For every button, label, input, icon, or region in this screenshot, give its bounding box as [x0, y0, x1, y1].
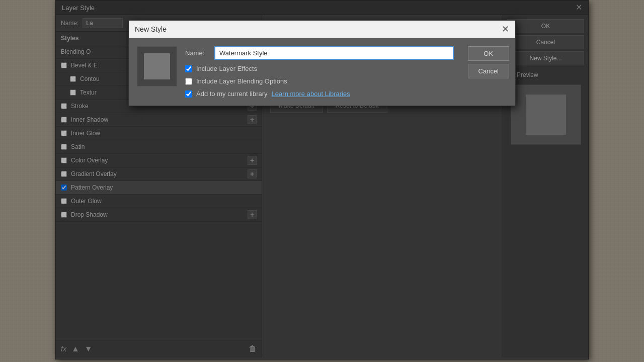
include-blending-row: Include Layer Blending Options: [185, 77, 454, 85]
include-effects-checkbox[interactable]: [185, 65, 192, 72]
new-style-name-row: Name:: [185, 46, 454, 60]
learn-more-link[interactable]: Learn more about Libraries: [272, 90, 350, 98]
new-style-form-area: Name: Include Layer Effects Include Laye…: [129, 38, 462, 106]
include-effects-label: Include Layer Effects: [196, 65, 257, 72]
new-style-form: Name: Include Layer Effects Include Laye…: [185, 46, 454, 98]
new-style-close-button[interactable]: ✕: [502, 25, 509, 34]
include-effects-row: Include Layer Effects: [185, 65, 454, 72]
new-style-preview-box: [137, 46, 177, 86]
add-to-library-checkbox[interactable]: [185, 90, 192, 98]
new-style-name-label: Name:: [185, 49, 210, 57]
new-style-title: New Style: [135, 25, 167, 33]
new-style-preview-inner: [144, 53, 170, 79]
new-style-dialog: New Style ✕ Name:: [128, 20, 516, 106]
new-style-content: Name: Include Layer Effects Include Laye…: [129, 38, 515, 106]
add-to-library-row: Add to my current library Learn more abo…: [185, 90, 454, 98]
include-blending-checkbox[interactable]: [185, 78, 192, 85]
new-style-ok-button[interactable]: OK: [468, 46, 509, 61]
add-to-library-label: Add to my current library: [196, 90, 268, 98]
include-blending-label: Include Layer Blending Options: [196, 77, 287, 85]
new-style-button-panel: OK Cancel: [462, 38, 515, 106]
new-style-name-input[interactable]: [214, 46, 454, 60]
new-style-cancel-button[interactable]: Cancel: [468, 64, 509, 78]
new-style-titlebar: New Style ✕: [129, 21, 515, 38]
new-style-overlay: New Style ✕ Name:: [0, 0, 644, 362]
